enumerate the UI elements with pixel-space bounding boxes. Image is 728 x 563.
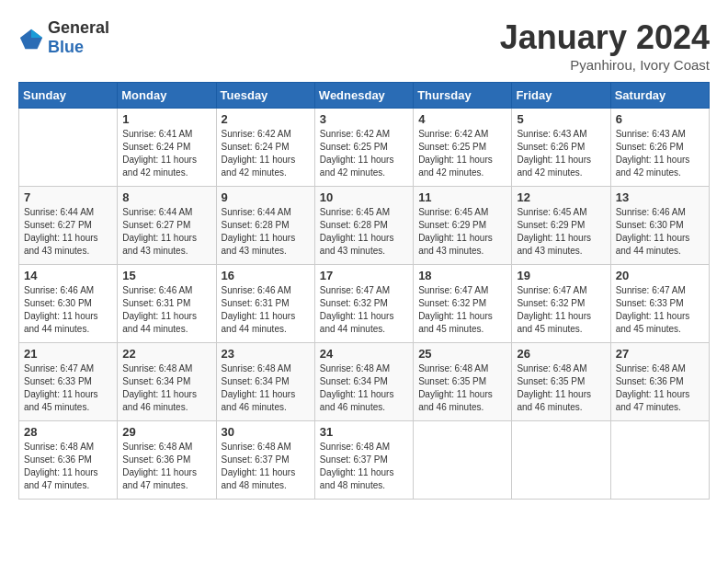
day-info: Sunrise: 6:47 AMSunset: 6:32 PMDaylight:… [418,284,506,336]
calendar-cell: 19Sunrise: 6:47 AMSunset: 6:32 PMDayligh… [512,265,610,343]
day-number: 31 [320,425,408,439]
day-info: Sunrise: 6:47 AMSunset: 6:33 PMDaylight:… [24,362,112,414]
calendar-cell: 1Sunrise: 6:41 AMSunset: 6:24 PMDaylight… [118,109,216,187]
day-number: 11 [418,190,506,204]
calendar-cell: 24Sunrise: 6:48 AMSunset: 6:34 PMDayligh… [314,343,413,421]
calendar-cell: 5Sunrise: 6:43 AMSunset: 6:26 PMDaylight… [512,109,610,187]
calendar-week-row: 28Sunrise: 6:48 AMSunset: 6:36 PMDayligh… [19,421,710,500]
calendar-cell: 18Sunrise: 6:47 AMSunset: 6:32 PMDayligh… [414,265,512,343]
day-number: 25 [418,347,506,361]
weekday-header: Friday [512,83,610,109]
calendar-cell: 11Sunrise: 6:45 AMSunset: 6:29 PMDayligh… [414,187,512,265]
day-number: 5 [517,112,605,126]
calendar-cell: 13Sunrise: 6:46 AMSunset: 6:30 PMDayligh… [610,187,709,265]
calendar-cell: 16Sunrise: 6:46 AMSunset: 6:31 PMDayligh… [216,265,314,343]
weekday-header: Tuesday [216,83,314,109]
page-header: General Blue January 2024 Pyanhirou, Ivo… [18,18,710,73]
calendar-week-row: 21Sunrise: 6:47 AMSunset: 6:33 PMDayligh… [19,343,710,421]
day-number: 7 [24,190,112,204]
calendar-cell: 8Sunrise: 6:44 AMSunset: 6:27 PMDaylight… [118,187,216,265]
day-info: Sunrise: 6:48 AMSunset: 6:36 PMDaylight:… [616,362,704,414]
day-number: 21 [24,347,112,361]
day-number: 1 [122,112,210,126]
calendar-cell: 17Sunrise: 6:47 AMSunset: 6:32 PMDayligh… [314,265,413,343]
day-info: Sunrise: 6:44 AMSunset: 6:27 PMDaylight:… [122,206,210,258]
calendar-cell: 15Sunrise: 6:46 AMSunset: 6:31 PMDayligh… [118,265,216,343]
calendar-cell: 29Sunrise: 6:48 AMSunset: 6:36 PMDayligh… [118,421,216,500]
day-info: Sunrise: 6:46 AMSunset: 6:30 PMDaylight:… [616,206,704,258]
calendar-cell [19,109,118,187]
location-subtitle: Pyanhirou, Ivory Coast [500,57,710,73]
calendar-cell: 25Sunrise: 6:48 AMSunset: 6:35 PMDayligh… [414,343,512,421]
day-info: Sunrise: 6:44 AMSunset: 6:28 PMDaylight:… [222,206,310,258]
weekday-header: Saturday [610,83,709,109]
day-number: 4 [418,112,506,126]
month-title: January 2024 [500,18,710,57]
calendar-week-row: 1Sunrise: 6:41 AMSunset: 6:24 PMDaylight… [19,109,710,187]
day-number: 16 [222,269,310,282]
day-number: 27 [616,347,704,361]
day-number: 30 [222,425,310,439]
day-number: 6 [616,112,704,126]
day-number: 12 [517,190,605,204]
day-info: Sunrise: 6:48 AMSunset: 6:34 PMDaylight:… [320,362,408,414]
day-info: Sunrise: 6:48 AMSunset: 6:34 PMDaylight:… [122,362,210,414]
calendar-cell: 7Sunrise: 6:44 AMSunset: 6:27 PMDaylight… [19,187,118,265]
day-info: Sunrise: 6:47 AMSunset: 6:33 PMDaylight:… [616,284,704,336]
day-number: 2 [222,112,310,126]
logo-icon [18,25,44,51]
day-number: 14 [24,269,112,282]
calendar-cell: 3Sunrise: 6:42 AMSunset: 6:25 PMDaylight… [314,109,413,187]
calendar-cell: 2Sunrise: 6:42 AMSunset: 6:24 PMDaylight… [216,109,314,187]
calendar-cell: 20Sunrise: 6:47 AMSunset: 6:33 PMDayligh… [610,265,709,343]
day-info: Sunrise: 6:48 AMSunset: 6:36 PMDaylight:… [24,441,112,492]
day-info: Sunrise: 6:46 AMSunset: 6:31 PMDaylight:… [122,284,210,336]
day-info: Sunrise: 6:44 AMSunset: 6:27 PMDaylight:… [24,206,112,258]
day-info: Sunrise: 6:46 AMSunset: 6:31 PMDaylight:… [222,284,310,336]
day-info: Sunrise: 6:42 AMSunset: 6:25 PMDaylight:… [320,128,408,179]
calendar-cell: 6Sunrise: 6:43 AMSunset: 6:26 PMDaylight… [610,109,709,187]
day-info: Sunrise: 6:45 AMSunset: 6:29 PMDaylight:… [517,206,605,258]
calendar-cell: 30Sunrise: 6:48 AMSunset: 6:37 PMDayligh… [216,421,314,500]
day-info: Sunrise: 6:43 AMSunset: 6:26 PMDaylight:… [517,128,605,179]
day-info: Sunrise: 6:48 AMSunset: 6:37 PMDaylight:… [320,441,408,492]
day-number: 17 [320,269,408,282]
calendar-cell [512,421,610,500]
day-info: Sunrise: 6:41 AMSunset: 6:24 PMDaylight:… [122,128,210,179]
day-info: Sunrise: 6:45 AMSunset: 6:28 PMDaylight:… [320,206,408,258]
calendar-cell: 22Sunrise: 6:48 AMSunset: 6:34 PMDayligh… [118,343,216,421]
calendar-table: SundayMondayTuesdayWednesdayThursdayFrid… [18,82,710,500]
day-info: Sunrise: 6:45 AMSunset: 6:29 PMDaylight:… [418,206,506,258]
title-section: January 2024 Pyanhirou, Ivory Coast [500,18,710,73]
day-info: Sunrise: 6:42 AMSunset: 6:25 PMDaylight:… [418,128,506,179]
day-number: 20 [616,269,704,282]
calendar-cell: 12Sunrise: 6:45 AMSunset: 6:29 PMDayligh… [512,187,610,265]
logo-text: General Blue [48,18,109,57]
day-number: 29 [122,425,210,439]
calendar-week-row: 14Sunrise: 6:46 AMSunset: 6:30 PMDayligh… [19,265,710,343]
day-number: 15 [122,269,210,282]
calendar-cell [610,421,709,500]
day-number: 28 [24,425,112,439]
day-info: Sunrise: 6:46 AMSunset: 6:30 PMDaylight:… [24,284,112,336]
calendar-cell: 26Sunrise: 6:48 AMSunset: 6:35 PMDayligh… [512,343,610,421]
weekday-header: Thursday [414,83,512,109]
day-number: 22 [122,347,210,361]
calendar-cell: 9Sunrise: 6:44 AMSunset: 6:28 PMDaylight… [216,187,314,265]
calendar-cell: 21Sunrise: 6:47 AMSunset: 6:33 PMDayligh… [19,343,118,421]
calendar-header-row: SundayMondayTuesdayWednesdayThursdayFrid… [19,83,710,109]
day-number: 19 [517,269,605,282]
day-number: 9 [222,190,310,204]
day-number: 8 [122,190,210,204]
day-info: Sunrise: 6:47 AMSunset: 6:32 PMDaylight:… [320,284,408,336]
day-info: Sunrise: 6:48 AMSunset: 6:36 PMDaylight:… [122,441,210,492]
calendar-cell: 4Sunrise: 6:42 AMSunset: 6:25 PMDaylight… [414,109,512,187]
logo: General Blue [18,18,109,57]
day-info: Sunrise: 6:48 AMSunset: 6:37 PMDaylight:… [222,441,310,492]
calendar-cell: 28Sunrise: 6:48 AMSunset: 6:36 PMDayligh… [19,421,118,500]
day-number: 18 [418,269,506,282]
day-number: 24 [320,347,408,361]
day-number: 10 [320,190,408,204]
day-info: Sunrise: 6:47 AMSunset: 6:32 PMDaylight:… [517,284,605,336]
calendar-week-row: 7Sunrise: 6:44 AMSunset: 6:27 PMDaylight… [19,187,710,265]
